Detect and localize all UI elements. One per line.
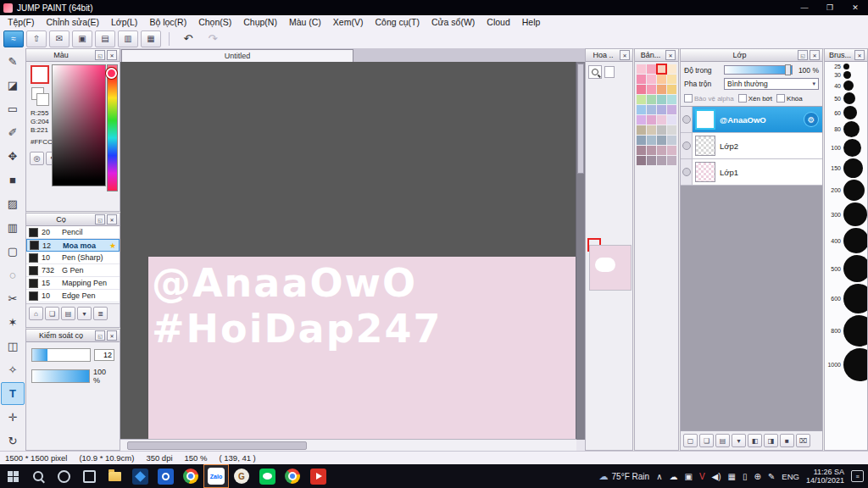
- color-swatch[interactable]: [667, 85, 676, 94]
- brush-size-option[interactable]: 60: [825, 105, 867, 120]
- brush-panel-close-button[interactable]: ✕: [107, 214, 117, 225]
- color-swatch[interactable]: [657, 85, 666, 94]
- canvas-viewport[interactable]: @AnaaOwO #HoiDap247: [120, 62, 576, 440]
- clipping-option[interactable]: Xén bớt: [738, 94, 772, 103]
- brush-size-slider[interactable]: [31, 348, 91, 362]
- lock-checkbox[interactable]: [776, 94, 785, 103]
- color-swatch[interactable]: [657, 136, 666, 145]
- vertical-scrollbar[interactable]: [576, 62, 585, 440]
- artboard[interactable]: @AnaaOwO #HoiDap247: [148, 257, 576, 440]
- language-indicator[interactable]: ENG: [782, 472, 799, 481]
- video-app-button[interactable]: [305, 464, 331, 488]
- color-swatch[interactable]: [667, 115, 676, 125]
- vlc-icon[interactable]: V: [699, 472, 705, 481]
- brush-list-button[interactable]: ≣: [93, 307, 108, 320]
- brush-control-close-button[interactable]: ✕: [107, 330, 117, 341]
- display-icon[interactable]: ▣: [684, 472, 692, 481]
- bucket-tool[interactable]: ▨: [1, 192, 25, 215]
- menu-tep[interactable]: Tệp(F): [2, 15, 41, 29]
- color-swatch[interactable]: [637, 156, 646, 165]
- navigator-preview[interactable]: [589, 245, 632, 291]
- menu-xem[interactable]: Xem(V): [327, 15, 370, 29]
- clipping-checkbox[interactable]: [738, 94, 747, 103]
- brush-size-option[interactable]: 200: [825, 179, 867, 202]
- taskbar-clock[interactable]: 11:26 SA 14/10/2021: [806, 468, 844, 485]
- network-icon[interactable]: ⊕: [754, 472, 761, 481]
- brush-size-value[interactable]: 12: [94, 349, 114, 361]
- paint-mode-button[interactable]: ≈: [3, 30, 24, 47]
- color-swatch[interactable]: [647, 125, 656, 135]
- color-swatch[interactable]: [647, 64, 656, 74]
- speaker-icon[interactable]: ◀): [712, 472, 721, 481]
- menu-cloud[interactable]: Cloud: [481, 15, 515, 29]
- color-wheel-button[interactable]: ◎: [30, 152, 44, 165]
- brush-panel-detach-button[interactable]: ◱: [95, 214, 105, 225]
- color-swatch[interactable]: [637, 95, 646, 104]
- color-swatch[interactable]: [657, 125, 666, 135]
- brush-size-option[interactable]: 25: [825, 63, 867, 70]
- saturation-value-picker[interactable]: [52, 64, 106, 186]
- text-tool[interactable]: T: [1, 382, 25, 405]
- menu-mau[interactable]: Màu (C): [283, 15, 327, 29]
- magic-wand-tool[interactable]: ✶: [1, 311, 25, 334]
- maximize-button[interactable]: ❐: [817, 0, 843, 15]
- color-swatch[interactable]: [657, 95, 666, 104]
- pages-button[interactable]: ▥: [118, 30, 138, 47]
- color-swatch[interactable]: [667, 125, 676, 135]
- layer-opacity-slider[interactable]: [724, 65, 793, 75]
- weather-widget[interactable]: ☁ 75°F Rain: [599, 471, 650, 482]
- document-tab[interactable]: Untitled: [121, 49, 353, 63]
- notification-center-button[interactable]: ≡: [851, 470, 864, 482]
- delete-layer-button[interactable]: ⌧: [796, 434, 810, 447]
- photos-app-button[interactable]: [127, 464, 153, 488]
- color-swatch[interactable]: [667, 136, 676, 145]
- brush-control-detach-button[interactable]: ◱: [95, 330, 105, 341]
- color-swatch[interactable]: [637, 64, 646, 74]
- fill-square-tool[interactable]: ■: [1, 169, 25, 191]
- brush-size-option[interactable]: 300: [825, 202, 867, 227]
- color-swatch[interactable]: [637, 105, 646, 114]
- brush-size-option[interactable]: 40: [825, 80, 867, 92]
- redo-button[interactable]: ↷: [202, 30, 224, 47]
- divide-tool[interactable]: ◫: [1, 335, 25, 358]
- color-swatch[interactable]: [657, 75, 666, 84]
- horizontal-scrollbar[interactable]: [120, 439, 576, 451]
- export-button[interactable]: ⇧: [26, 30, 47, 47]
- brush-size-option[interactable]: 1000: [825, 347, 867, 382]
- brush-item[interactable]: 10Pen (Sharp): [26, 252, 120, 264]
- color-swatch[interactable]: [637, 85, 646, 94]
- layer-visibility-toggle[interactable]: [681, 133, 693, 158]
- lock-option[interactable]: Khóa: [776, 94, 803, 103]
- menu-chinh-sua[interactable]: Chỉnh sửa(E): [41, 15, 105, 29]
- battery-icon[interactable]: ▯: [743, 472, 748, 481]
- color-panel-close-button[interactable]: ✕: [107, 50, 117, 60]
- rect-tool[interactable]: ▭: [1, 97, 25, 120]
- menu-help[interactable]: Help: [516, 15, 547, 29]
- grid-button[interactable]: ▦: [141, 30, 161, 47]
- comment-button[interactable]: ✉: [49, 30, 70, 47]
- color-swatch[interactable]: [637, 136, 646, 145]
- horizontal-scrollbar-thumb[interactable]: [127, 441, 307, 450]
- hue-slider[interactable]: [107, 64, 118, 191]
- color-swatch[interactable]: [667, 75, 676, 84]
- brush-size-option[interactable]: 30: [825, 70, 867, 80]
- brush-item[interactable]: 732G Pen: [26, 264, 120, 277]
- brush-size-option[interactable]: 150: [825, 158, 867, 179]
- camera-app-button[interactable]: [153, 464, 178, 488]
- layer-row[interactable]: Lớp1: [681, 159, 822, 186]
- navigator-close-button[interactable]: ✕: [620, 50, 630, 60]
- brush-new-button[interactable]: ❏: [45, 307, 59, 320]
- protect-alpha-option[interactable]: Bảo vệ alpha: [684, 94, 734, 103]
- chrome-button[interactable]: [178, 464, 203, 488]
- color-swatch[interactable]: [667, 105, 676, 114]
- gimp-app-button[interactable]: G: [229, 464, 254, 488]
- layer-menu-button[interactable]: ▾: [732, 434, 746, 447]
- color-swatch[interactable]: [667, 146, 676, 155]
- color-swatch[interactable]: [657, 64, 666, 74]
- layers-detach-button[interactable]: ◱: [798, 50, 808, 60]
- brush-size-option[interactable]: 50: [825, 92, 867, 105]
- color-swatch[interactable]: [647, 95, 656, 104]
- dip-pen-tool[interactable]: ✐: [1, 121, 25, 144]
- protect-alpha-checkbox[interactable]: [684, 94, 693, 103]
- brush-size-close-button[interactable]: ✕: [854, 50, 865, 60]
